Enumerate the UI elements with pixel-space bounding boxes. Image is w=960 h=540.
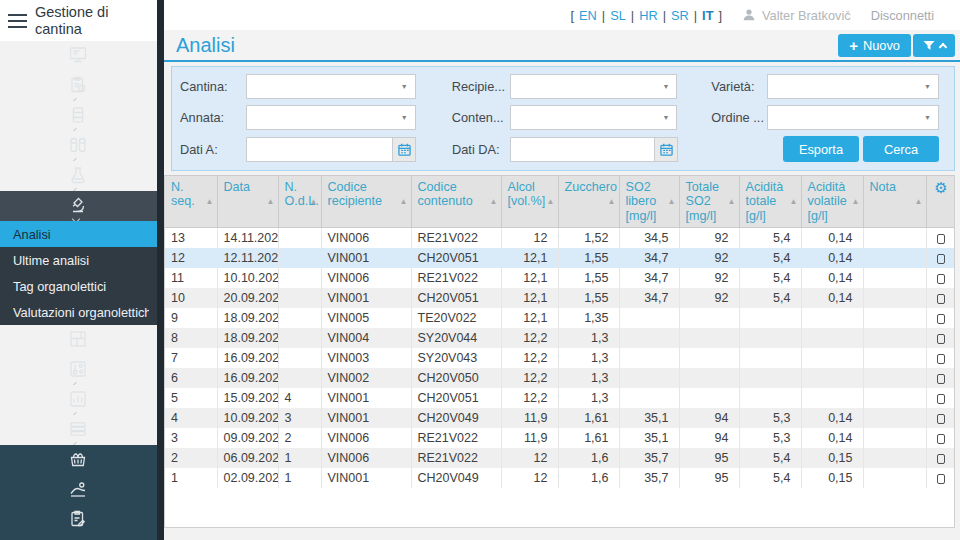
- table-row[interactable]: 918.09.2022VIN005TE20V02212,11,35: [165, 308, 955, 328]
- column-header-n-o-d-l[interactable]: N. O.d.L.▲: [278, 176, 321, 228]
- table-row[interactable]: 1020.09.2022VIN001CH20V05112,11,5534,792…: [165, 288, 955, 308]
- cell-acidit-totale-g-l: 5,4: [739, 448, 801, 468]
- note-icon[interactable]: [937, 234, 945, 244]
- column-header-data[interactable]: Data▲: [217, 176, 278, 228]
- sidebar-item-ultime-analisi[interactable]: Ultime analisi: [0, 247, 157, 273]
- cell-data: 16.09.2022: [217, 348, 278, 368]
- language-link-en[interactable]: EN: [579, 8, 597, 23]
- sidebar-item-partial[interactable]: [0, 535, 157, 540]
- calendar-button[interactable]: [654, 137, 678, 162]
- note-icon[interactable]: [937, 474, 945, 484]
- note-icon[interactable]: [937, 314, 945, 324]
- sidebar-item-ordini-di-lavoro[interactable]: Ordini di lavoro: [0, 505, 157, 535]
- plus-icon: +: [849, 38, 858, 53]
- table-row[interactable]: 309.09.20222VIN006RE21V02211,91,6135,194…: [165, 428, 955, 448]
- sidebar-item-analisi[interactable]: Analisi: [0, 191, 157, 221]
- hamburger-menu-icon[interactable]: [8, 13, 27, 29]
- note-icon[interactable]: [937, 334, 945, 344]
- filter-toggle-button[interactable]: [913, 34, 955, 57]
- cell-n-seq: 8: [165, 328, 217, 348]
- dashboard-icon: [64, 41, 92, 69]
- sidebar-item-gestione-dei-vigneti[interactable]: Gestione dei vigneti: [0, 475, 157, 505]
- cell-codice-recipiente: VIN001: [321, 408, 411, 428]
- table-row[interactable]: 206.09.20221VIN006RE21V022121,635,7955,4…: [165, 448, 955, 468]
- annata-select[interactable]: ▼: [246, 105, 416, 130]
- cell-so2-libero-mg-l: 34,7: [619, 288, 679, 308]
- sidebar-item-additivi[interactable]: Additivi: [0, 161, 157, 191]
- sidebar-item-analisi[interactable]: Analisi: [0, 221, 157, 247]
- table-row[interactable]: 515.09.20224VIN001CH20V05112,21,3: [165, 388, 955, 408]
- table-row[interactable]: 818.09.2022VIN004SY20V04412,21,3: [165, 328, 955, 348]
- sidebar-item-tag-organolettici[interactable]: Tag organolettici: [0, 273, 157, 299]
- varieta-select[interactable]: ▼: [767, 74, 939, 99]
- table-row[interactable]: 410.09.20223VIN001CH20V04911,91,6135,194…: [165, 408, 955, 428]
- cell-data: 06.09.2022: [217, 448, 278, 468]
- language-link-hr[interactable]: HR: [639, 8, 657, 23]
- note-icon[interactable]: [937, 434, 945, 444]
- column-header-acidit-volatile-g-l[interactable]: Acidità volatile [g/l]▲: [801, 176, 863, 228]
- sidebar-item-anagrafiche[interactable]: Anagrafiche: [0, 415, 157, 445]
- note-icon[interactable]: [937, 254, 945, 264]
- column-header-alcol-vol[interactable]: Alcol [vol.%]▲: [501, 176, 558, 228]
- column-header-codice-contenuto[interactable]: Codice contenuto▲: [411, 176, 501, 228]
- search-button[interactable]: Cerca: [863, 136, 939, 162]
- language-link-sr[interactable]: SR: [671, 8, 689, 23]
- ordine-select[interactable]: ▼: [767, 105, 939, 130]
- column-header-zucchero[interactable]: Zucchero▲: [558, 176, 619, 228]
- sidebar-item-ordini-di-lavoro[interactable]: Ordini di lavoro: [0, 71, 157, 101]
- language-link-it[interactable]: IT: [702, 8, 713, 23]
- recipiente-select[interactable]: ▼: [510, 74, 678, 99]
- note-icon[interactable]: [937, 394, 945, 404]
- note-icon[interactable]: [937, 414, 945, 424]
- note-icon[interactable]: [937, 274, 945, 284]
- note-icon[interactable]: [937, 294, 945, 304]
- cell-zucchero: 1,61: [558, 428, 619, 448]
- user-menu[interactable]: Valter Bratkovič: [742, 8, 851, 23]
- dati-da-field: [510, 137, 678, 162]
- table-row[interactable]: 102.09.20221VIN001CH20V049121,635,7955,4…: [165, 468, 955, 488]
- table-row[interactable]: 716.09.2022VIN003SY20V04312,21,3: [165, 348, 955, 368]
- note-icon[interactable]: [937, 354, 945, 364]
- dati-a-input[interactable]: [246, 137, 392, 162]
- sidebar-item-cruscotto[interactable]: Cruscotto: [0, 41, 157, 71]
- cell-nota: [863, 388, 926, 408]
- column-header-label: Codice contenuto: [418, 180, 473, 208]
- transfers-icon: [64, 131, 92, 159]
- table-row[interactable]: 1212.11.2022VIN001CH20V05112,11,5534,792…: [165, 248, 955, 268]
- column-header-totale-so2-mg-l[interactable]: Totale SO2 [mg/l]▲: [679, 176, 739, 228]
- table-row[interactable]: 1314.11.2022VIN006RE21V022121,5234,5925,…: [165, 228, 955, 248]
- column-header-codice-recipiente[interactable]: Codice recipiente▲: [321, 176, 411, 228]
- cell-codice-contenuto: CH20V049: [411, 468, 501, 488]
- column-header-acidit-totale-g-l[interactable]: Acidità totale [g/l]▲: [739, 176, 801, 228]
- cell-data: 15.09.2022: [217, 388, 278, 408]
- note-icon[interactable]: [937, 374, 945, 384]
- column-header-so2-libero-mg-l[interactable]: SO2 libero [mg/l]▲: [619, 176, 679, 228]
- column-settings-button[interactable]: ⚙: [926, 176, 955, 228]
- sidebar-item-valutazioni-organolettiche[interactable]: Valutazioni organolettiche: [0, 299, 157, 325]
- cell-data: 18.09.2022: [217, 308, 278, 328]
- calendar-button[interactable]: [392, 137, 416, 162]
- logout-link[interactable]: Disconnetti: [871, 8, 934, 23]
- language-link-sl[interactable]: SL: [610, 8, 626, 23]
- new-button[interactable]: + Nuovo: [838, 34, 911, 57]
- column-header-n-seq[interactable]: N. seq.▲: [165, 176, 217, 228]
- column-header-nota[interactable]: Nota▲: [863, 176, 926, 228]
- sidebar-item-misurazioni[interactable]: Misurazioni: [0, 355, 157, 385]
- sidebar-item-report[interactable]: Report: [0, 385, 157, 415]
- contenuto-select[interactable]: ▼: [510, 105, 678, 130]
- note-icon[interactable]: [937, 454, 945, 464]
- cell-zucchero: 1,3: [558, 388, 619, 408]
- sidebar-item-mappa-della-cantina[interactable]: Mappa della cantina: [0, 325, 157, 355]
- table-row[interactable]: 616.09.2022VIN002CH20V05012,21,3: [165, 368, 955, 388]
- cell-actions: [926, 428, 955, 448]
- sidebar-item-recipienti-contenuti[interactable]: Recipienti & Contenuti: [0, 101, 157, 131]
- sidebar-item-trasferimenti[interactable]: Trasferimenti: [0, 131, 157, 161]
- cell-n-seq: 3: [165, 428, 217, 448]
- table-row[interactable]: 1110.10.2022VIN006RE21V02212,11,5534,792…: [165, 268, 955, 288]
- cell-data: 02.09.2022: [217, 468, 278, 488]
- export-button[interactable]: Esporta: [783, 136, 859, 162]
- sidebar-item-vendemmia[interactable]: Vendemmia: [0, 445, 157, 475]
- cell-codice-recipiente: VIN001: [321, 388, 411, 408]
- dati-da-input[interactable]: [510, 137, 654, 162]
- cantina-select[interactable]: ▼: [246, 74, 416, 99]
